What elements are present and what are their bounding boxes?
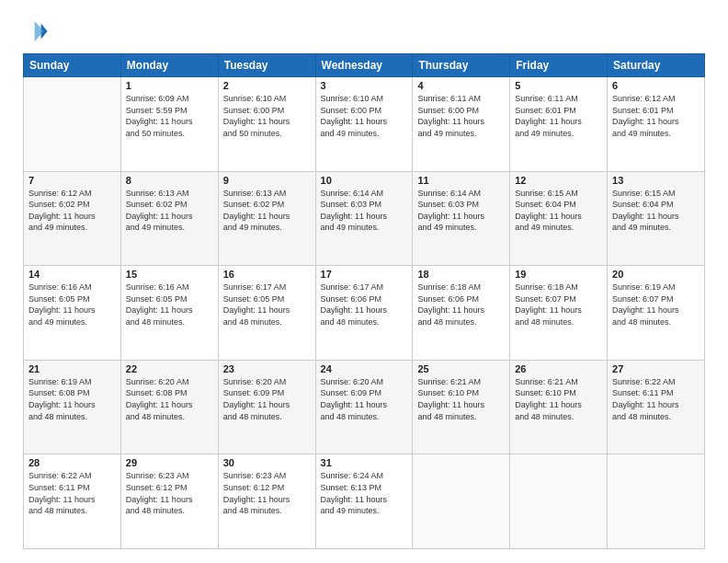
day-number: 4: [417, 80, 505, 91]
day-number: 27: [612, 363, 700, 374]
calendar-week-5: 28Sunrise: 6:22 AM Sunset: 6:11 PM Dayli…: [24, 454, 705, 549]
day-number: 8: [126, 175, 213, 186]
calendar-cell: 22Sunrise: 6:20 AM Sunset: 6:08 PM Dayli…: [120, 360, 218, 454]
day-info: Sunrise: 6:13 AM Sunset: 6:02 PM Dayligh…: [126, 188, 213, 234]
day-info: Sunrise: 6:16 AM Sunset: 6:05 PM Dayligh…: [28, 282, 116, 327]
calendar-week-1: 1Sunrise: 6:09 AM Sunset: 5:59 PM Daylig…: [24, 77, 705, 172]
day-info: Sunrise: 6:15 AM Sunset: 6:04 PM Dayligh…: [515, 188, 602, 234]
calendar-cell: 21Sunrise: 6:19 AM Sunset: 6:08 PM Dayli…: [24, 360, 121, 454]
day-info: Sunrise: 6:13 AM Sunset: 6:02 PM Dayligh…: [223, 188, 311, 234]
logo-icon: [23, 18, 49, 44]
calendar-cell: 5Sunrise: 6:11 AM Sunset: 6:01 PM Daylig…: [510, 77, 608, 172]
day-number: 11: [417, 175, 505, 186]
day-info: Sunrise: 6:18 AM Sunset: 6:07 PM Dayligh…: [515, 282, 602, 327]
calendar-week-3: 14Sunrise: 6:16 AM Sunset: 6:05 PM Dayli…: [24, 266, 705, 361]
calendar-cell: 16Sunrise: 6:17 AM Sunset: 6:05 PM Dayli…: [218, 266, 315, 361]
calendar-cell: [510, 454, 608, 549]
svg-marker-1: [35, 21, 44, 41]
day-number: 2: [223, 80, 311, 91]
calendar-header-monday: Monday: [120, 54, 218, 77]
calendar-table: SundayMondayTuesdayWednesdayThursdayFrid…: [23, 53, 705, 549]
calendar-cell: 14Sunrise: 6:16 AM Sunset: 6:05 PM Dayli…: [24, 266, 121, 361]
day-number: 3: [321, 80, 408, 91]
day-info: Sunrise: 6:14 AM Sunset: 6:03 PM Dayligh…: [417, 188, 505, 234]
calendar-cell: 3Sunrise: 6:10 AM Sunset: 6:00 PM Daylig…: [315, 77, 413, 172]
calendar-header-friday: Friday: [510, 54, 608, 77]
calendar-cell: 15Sunrise: 6:16 AM Sunset: 6:05 PM Dayli…: [120, 266, 218, 361]
day-number: 18: [417, 269, 505, 280]
calendar-cell: [24, 77, 121, 172]
calendar-header-thursday: Thursday: [413, 54, 510, 77]
day-number: 28: [28, 457, 116, 468]
day-number: 1: [126, 80, 213, 91]
calendar-cell: 11Sunrise: 6:14 AM Sunset: 6:03 PM Dayli…: [413, 171, 510, 266]
day-number: 31: [321, 457, 408, 468]
calendar-cell: 24Sunrise: 6:20 AM Sunset: 6:09 PM Dayli…: [315, 360, 413, 454]
day-number: 9: [223, 175, 311, 186]
calendar-cell: 31Sunrise: 6:24 AM Sunset: 6:13 PM Dayli…: [315, 454, 413, 549]
day-number: 21: [28, 363, 116, 374]
calendar-header-row: SundayMondayTuesdayWednesdayThursdayFrid…: [24, 54, 705, 77]
calendar-cell: [413, 454, 510, 549]
page: SundayMondayTuesdayWednesdayThursdayFrid…: [0, 0, 728, 563]
calendar-cell: 28Sunrise: 6:22 AM Sunset: 6:11 PM Dayli…: [24, 454, 121, 549]
day-number: 19: [515, 269, 602, 280]
day-info: Sunrise: 6:24 AM Sunset: 6:13 PM Dayligh…: [321, 470, 408, 516]
calendar-cell: 13Sunrise: 6:15 AM Sunset: 6:04 PM Dayli…: [608, 171, 705, 266]
day-number: 22: [126, 363, 213, 374]
header: [23, 18, 705, 44]
day-number: 17: [321, 269, 408, 280]
day-info: Sunrise: 6:12 AM Sunset: 6:02 PM Dayligh…: [28, 188, 116, 234]
day-number: 15: [126, 269, 213, 280]
calendar-cell: 29Sunrise: 6:23 AM Sunset: 6:12 PM Dayli…: [120, 454, 218, 549]
day-number: 30: [223, 457, 311, 468]
day-info: Sunrise: 6:10 AM Sunset: 6:00 PM Dayligh…: [223, 93, 311, 139]
day-info: Sunrise: 6:09 AM Sunset: 5:59 PM Dayligh…: [126, 93, 213, 139]
calendar-cell: 6Sunrise: 6:12 AM Sunset: 6:01 PM Daylig…: [608, 77, 705, 172]
day-number: 23: [223, 363, 311, 374]
day-info: Sunrise: 6:18 AM Sunset: 6:06 PM Dayligh…: [417, 282, 505, 327]
calendar-cell: 7Sunrise: 6:12 AM Sunset: 6:02 PM Daylig…: [24, 171, 121, 266]
calendar-cell: [608, 454, 705, 549]
day-number: 20: [612, 269, 700, 280]
calendar-cell: 4Sunrise: 6:11 AM Sunset: 6:00 PM Daylig…: [413, 77, 510, 172]
calendar-cell: 30Sunrise: 6:23 AM Sunset: 6:12 PM Dayli…: [218, 454, 315, 549]
calendar-header-saturday: Saturday: [608, 54, 705, 77]
calendar-cell: 18Sunrise: 6:18 AM Sunset: 6:06 PM Dayli…: [413, 266, 510, 361]
calendar-cell: 19Sunrise: 6:18 AM Sunset: 6:07 PM Dayli…: [510, 266, 608, 361]
day-info: Sunrise: 6:17 AM Sunset: 6:05 PM Dayligh…: [223, 282, 311, 327]
calendar-cell: 17Sunrise: 6:17 AM Sunset: 6:06 PM Dayli…: [315, 266, 413, 361]
day-info: Sunrise: 6:21 AM Sunset: 6:10 PM Dayligh…: [417, 376, 505, 422]
day-info: Sunrise: 6:20 AM Sunset: 6:08 PM Dayligh…: [126, 376, 213, 422]
day-info: Sunrise: 6:11 AM Sunset: 6:00 PM Dayligh…: [417, 93, 505, 139]
day-number: 7: [28, 175, 116, 186]
day-info: Sunrise: 6:16 AM Sunset: 6:05 PM Dayligh…: [126, 282, 213, 327]
calendar-cell: 9Sunrise: 6:13 AM Sunset: 6:02 PM Daylig…: [218, 171, 315, 266]
calendar-cell: 26Sunrise: 6:21 AM Sunset: 6:10 PM Dayli…: [510, 360, 608, 454]
day-number: 5: [515, 80, 602, 91]
calendar-cell: 10Sunrise: 6:14 AM Sunset: 6:03 PM Dayli…: [315, 171, 413, 266]
day-info: Sunrise: 6:19 AM Sunset: 6:08 PM Dayligh…: [28, 376, 116, 422]
day-info: Sunrise: 6:22 AM Sunset: 6:11 PM Dayligh…: [612, 376, 700, 422]
calendar-cell: 23Sunrise: 6:20 AM Sunset: 6:09 PM Dayli…: [218, 360, 315, 454]
day-info: Sunrise: 6:14 AM Sunset: 6:03 PM Dayligh…: [321, 188, 408, 234]
calendar-header-sunday: Sunday: [24, 54, 121, 77]
day-info: Sunrise: 6:21 AM Sunset: 6:10 PM Dayligh…: [515, 376, 602, 422]
day-info: Sunrise: 6:22 AM Sunset: 6:11 PM Dayligh…: [28, 470, 116, 516]
day-number: 6: [612, 80, 700, 91]
day-info: Sunrise: 6:12 AM Sunset: 6:01 PM Dayligh…: [612, 93, 700, 139]
day-number: 14: [28, 269, 116, 280]
calendar-header-wednesday: Wednesday: [315, 54, 413, 77]
day-info: Sunrise: 6:15 AM Sunset: 6:04 PM Dayligh…: [612, 188, 700, 234]
day-number: 12: [515, 175, 602, 186]
logo: [23, 18, 52, 44]
calendar-header-tuesday: Tuesday: [218, 54, 315, 77]
day-number: 26: [515, 363, 602, 374]
day-info: Sunrise: 6:20 AM Sunset: 6:09 PM Dayligh…: [321, 376, 408, 422]
day-number: 25: [417, 363, 505, 374]
calendar-cell: 25Sunrise: 6:21 AM Sunset: 6:10 PM Dayli…: [413, 360, 510, 454]
day-number: 13: [612, 175, 700, 186]
calendar-cell: 27Sunrise: 6:22 AM Sunset: 6:11 PM Dayli…: [608, 360, 705, 454]
day-info: Sunrise: 6:17 AM Sunset: 6:06 PM Dayligh…: [321, 282, 408, 327]
day-info: Sunrise: 6:23 AM Sunset: 6:12 PM Dayligh…: [126, 470, 213, 516]
